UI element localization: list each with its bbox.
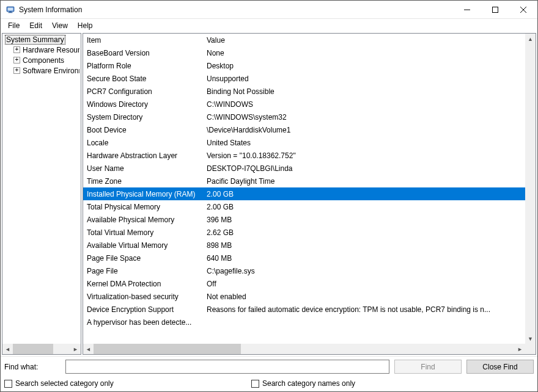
list-cell-value: 396 MB	[205, 216, 525, 224]
list-row[interactable]: Installed Physical Memory (RAM)2.00 GB	[83, 187, 525, 200]
list-row[interactable]: Available Virtual Memory898 MB	[83, 239, 525, 252]
menu-help[interactable]: Help	[73, 20, 98, 31]
list-cell-item: Total Virtual Memory	[83, 228, 205, 237]
app-icon	[6, 5, 15, 15]
list-cell-item: Virtualization-based security	[83, 292, 205, 301]
expand-icon[interactable]	[13, 46, 20, 53]
find-button[interactable]: Find	[394, 360, 462, 374]
list-cell-item: User Name	[83, 164, 205, 173]
list-cell-item: Device Encryption Support	[83, 305, 205, 314]
list-cell-value: 640 MB	[205, 254, 525, 263]
list-row[interactable]: Total Physical Memory2.00 GB	[83, 200, 525, 213]
scroll-left-icon[interactable]: ◄	[83, 344, 94, 354]
minimize-button[interactable]	[453, 1, 481, 18]
tree-item-components[interactable]: Components	[2, 55, 81, 65]
list-cell-value: C:\pagefile.sys	[205, 267, 525, 275]
scroll-right-icon[interactable]: ►	[70, 344, 81, 354]
list-cell-item: Total Physical Memory	[83, 203, 205, 211]
list-cell-item: Windows Directory	[83, 100, 205, 109]
expand-icon[interactable]	[13, 57, 20, 64]
list-row[interactable]: BaseBoard VersionNone	[83, 46, 525, 59]
list-cell-item: Available Physical Memory	[83, 216, 205, 224]
list-cell-item: Boot Device	[83, 126, 205, 134]
list-row[interactable]: Hardware Abstraction LayerVersion = "10.…	[83, 149, 525, 162]
menu-file[interactable]: File	[3, 20, 24, 31]
svg-rect-3	[9, 12, 13, 13]
list-cell-value: DESKTOP-I7QLBGI\Linda	[205, 164, 525, 173]
list-cell-item: Platform Role	[83, 62, 205, 70]
list-row[interactable]: PCR7 ConfigurationBinding Not Possible	[83, 85, 525, 98]
list-cell-item: Page File	[83, 267, 205, 275]
checkbox-icon	[251, 380, 259, 388]
window-controls	[453, 1, 537, 18]
list-cell-item: BaseBoard Version	[83, 49, 205, 57]
list-row[interactable]: Boot Device\Device\HarddiskVolume1	[83, 123, 525, 136]
list-cell-item: Page File Space	[83, 254, 205, 263]
list-row[interactable]: Kernel DMA ProtectionOff	[83, 277, 525, 290]
list-cell-value: 2.00 GB	[205, 190, 525, 198]
find-bar: Find what: Find Close Find	[1, 356, 537, 377]
tree-item-hardware-resources[interactable]: Hardware Resources	[2, 45, 81, 55]
tree-item-system-summary[interactable]: System Summary	[2, 34, 81, 45]
list-cell-value: None	[205, 49, 525, 57]
tree-item-label: Software Environment	[23, 67, 79, 75]
list-cell-value: C:\WINDOWS\system32	[205, 113, 525, 122]
column-header-item[interactable]: Item	[83, 36, 205, 45]
list-row[interactable]: Page File Space640 MB	[83, 252, 525, 264]
list-row[interactable]: Available Physical Memory396 MB	[83, 213, 525, 226]
scroll-right-icon[interactable]: ►	[515, 344, 525, 354]
list-row[interactable]: System DirectoryC:\WINDOWS\system32	[83, 111, 525, 123]
list-vertical-scrollbar[interactable]: ▲ ▼	[525, 34, 536, 344]
list-cell-value: Off	[205, 280, 525, 288]
scroll-down-icon[interactable]: ▼	[525, 333, 536, 344]
list-horizontal-scrollbar[interactable]: ◄ ►	[83, 344, 525, 354]
scroll-up-icon[interactable]: ▲	[525, 34, 536, 44]
checkbox-icon	[4, 380, 12, 388]
tree-item-label: System Summary	[5, 35, 65, 45]
list-cell-value: C:\WINDOWS	[205, 100, 525, 109]
list-row[interactable]: Total Virtual Memory2.62 GB	[83, 226, 525, 239]
scroll-left-icon[interactable]: ◄	[2, 344, 13, 354]
maximize-button[interactable]	[481, 1, 509, 18]
list-cell-item: Locale	[83, 139, 205, 147]
list-row[interactable]: LocaleUnited States	[83, 136, 525, 149]
column-header-value[interactable]: Value	[205, 36, 525, 45]
category-tree: System Summary Hardware Resources Compon…	[2, 33, 81, 355]
list-cell-item: Time Zone	[83, 177, 205, 186]
svg-rect-2	[9, 12, 12, 12]
close-find-button[interactable]: Close Find	[466, 360, 534, 374]
list-row[interactable]: Time ZonePacific Daylight Time	[83, 175, 525, 187]
list-cell-item: Kernel DMA Protection	[83, 280, 205, 288]
search-category-names-only-checkbox[interactable]: Search category names only	[251, 379, 355, 388]
list-cell-item: Hardware Abstraction Layer	[83, 151, 205, 160]
list-row[interactable]: Page FileC:\pagefile.sys	[83, 264, 525, 277]
list-cell-item: System Directory	[83, 113, 205, 122]
list-cell-value: Not enabled	[205, 292, 525, 301]
column-header-row[interactable]: Item Value	[83, 34, 525, 46]
list-cell-item: Installed Physical Memory (RAM)	[83, 190, 205, 198]
svg-rect-5	[493, 7, 498, 12]
list-row[interactable]: Virtualization-based securityNot enabled	[83, 290, 525, 303]
menubar: File Edit View Help	[1, 19, 537, 32]
list-row[interactable]: Platform RoleDesktop	[83, 59, 525, 72]
menu-edit[interactable]: Edit	[24, 20, 47, 31]
system-information-window: System Information File Edit View Help S…	[0, 0, 538, 392]
list-cell-value: 898 MB	[205, 241, 525, 250]
list-row[interactable]: Secure Boot StateUnsupported	[83, 72, 525, 85]
list-cell-value: Desktop	[205, 62, 525, 70]
list-row[interactable]: User NameDESKTOP-I7QLBGI\Linda	[83, 162, 525, 175]
svg-rect-1	[8, 7, 13, 10]
list-row[interactable]: Device Encryption SupportReasons for fai…	[83, 303, 525, 316]
search-selected-category-only-checkbox[interactable]: Search selected category only	[4, 379, 222, 388]
list-row[interactable]: A hypervisor has been detecte...	[83, 316, 525, 328]
scrollbar-corner	[525, 344, 536, 354]
tree-horizontal-scrollbar[interactable]: ◄ ►	[2, 344, 81, 354]
expand-icon[interactable]	[13, 67, 20, 74]
list-cell-value: Version = "10.0.18362.752"	[205, 151, 525, 160]
find-input[interactable]	[65, 360, 389, 374]
menu-view[interactable]: View	[47, 20, 73, 31]
close-button[interactable]	[509, 1, 537, 18]
tree-item-software-environment[interactable]: Software Environment	[2, 65, 81, 76]
titlebar: System Information	[1, 1, 537, 19]
list-row[interactable]: Windows DirectoryC:\WINDOWS	[83, 98, 525, 111]
